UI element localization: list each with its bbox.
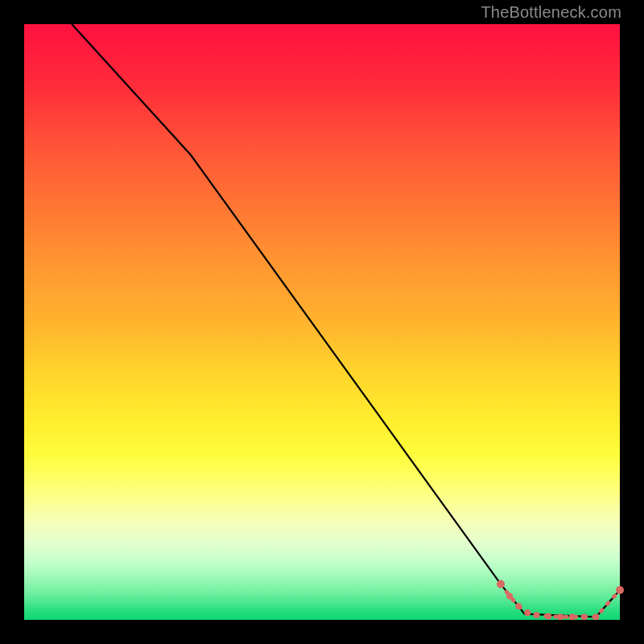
marker-dot [545,613,551,620]
marker-dot [581,613,588,620]
marker-dot [533,612,539,618]
marker-dot [506,592,513,599]
marker-dash [501,584,620,617]
marker-dot [616,586,624,594]
chart-stage: TheBottleneck.com [0,0,644,644]
plot-area [24,24,620,620]
marker-group [497,580,624,621]
marker-dot [592,613,599,620]
watermark-text: TheBottleneck.com [481,3,621,22]
marker-dot [497,580,505,588]
marker-dot [524,609,530,616]
marker-dot [515,603,522,609]
chart-svg [24,24,620,620]
curve-line [72,24,620,617]
marker-dot [569,613,576,620]
marker-dot [557,613,564,620]
